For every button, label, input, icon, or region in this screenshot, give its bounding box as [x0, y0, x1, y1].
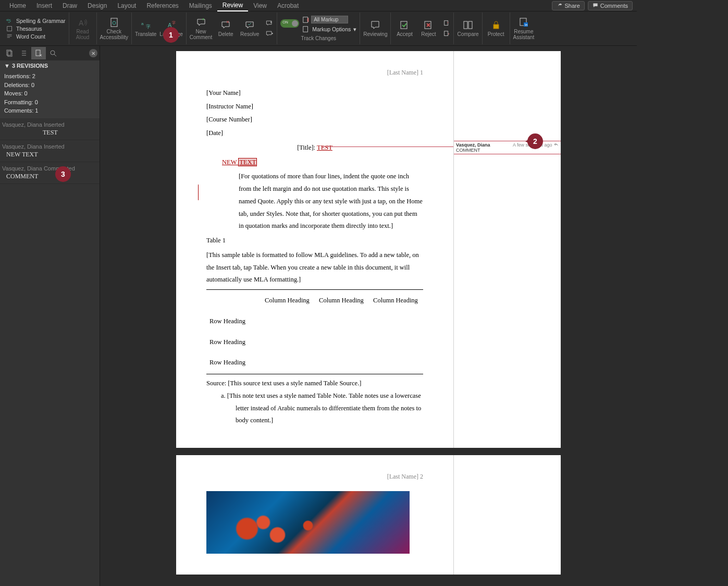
sidebar-tab-revisions[interactable] [31, 47, 46, 59]
tab-acrobat[interactable]: Acrobat [272, 1, 304, 11]
delete-label: Delete [218, 31, 233, 37]
read-aloud-label: Read Aloud [76, 29, 90, 40]
resume-label: Resume Assistant [513, 29, 535, 40]
svg-rect-11 [401, 21, 407, 29]
resolve-icon [244, 20, 255, 30]
table-source[interactable]: Source: [This source text uses a style n… [206, 377, 423, 390]
resolve-comment-button[interactable]: Resolve [239, 20, 260, 37]
field-your-name[interactable]: [Your Name] [206, 87, 423, 100]
col-heading: Column Heading [315, 291, 368, 311]
revisions-sidebar: ✕ ▼ 3 REVISIONS Insertions: 2 Deletions:… [0, 46, 100, 586]
delete-comment-button[interactable]: Delete [215, 20, 236, 37]
comments-button[interactable]: Comments [588, 1, 633, 10]
markup-display-select[interactable]: All Markup [311, 16, 348, 23]
row-heading: Row Heading [207, 312, 260, 332]
accessibility-icon [109, 17, 119, 28]
reviewing-pane-button[interactable]: Reviewing [363, 20, 387, 37]
row-heading: Row Heading [207, 353, 260, 373]
table-description[interactable]: [This sample table is formatted to follo… [206, 249, 423, 286]
title-inserted-text: TEST [317, 144, 332, 151]
close-icon: ✕ [91, 51, 95, 56]
revision-item[interactable]: Vasquez, Diana Inserted NEW TEXT [0, 140, 100, 162]
document-image[interactable] [206, 491, 410, 554]
sidebar-tab-search[interactable] [46, 47, 60, 59]
tab-review[interactable]: Review [217, 0, 248, 11]
new-comment-label: New Comment [190, 29, 212, 40]
svg-rect-15 [464, 21, 467, 29]
comments-label: Comments [600, 3, 628, 9]
revision-item[interactable]: Vasquez, Diana Inserted TEST [0, 118, 100, 140]
accept-button[interactable]: Accept [394, 20, 415, 37]
row-heading: Row Heading [207, 333, 260, 352]
inserted-new: NEW [222, 158, 238, 166]
tab-design[interactable]: Design [82, 1, 112, 11]
svg-point-24 [51, 51, 55, 55]
revisions-stats: Insertions: 2 Deletions: 0 Moves: 0 Form… [0, 71, 100, 118]
field-course[interactable]: [Course Number] [206, 114, 423, 126]
field-date[interactable]: [Date] [206, 127, 423, 140]
linkedin-icon: in [519, 17, 529, 28]
field-instructor[interactable]: [Instructor Name] [206, 101, 423, 113]
markup-options-icon [302, 26, 310, 33]
next-change-icon[interactable] [443, 30, 450, 38]
sidebar-close-button[interactable]: ✕ [89, 49, 97, 57]
inserted-line[interactable]: NEW TEXT [206, 156, 423, 169]
resume-assistant-button[interactable]: in Resume Assistant [513, 17, 535, 40]
revision-content: TEST [2, 129, 97, 137]
next-comment-icon[interactable] [265, 30, 274, 38]
svg-rect-17 [493, 25, 499, 29]
tab-layout[interactable]: Layout [112, 1, 141, 11]
reply-icon[interactable] [553, 142, 559, 146]
quote-block[interactable]: [For quotations of more than four lines,… [239, 170, 423, 233]
tab-mailings[interactable]: Mailings [184, 1, 217, 11]
callout-1: 1 [163, 27, 179, 43]
delete-comment-icon [220, 20, 231, 30]
comment-connector-line [322, 146, 453, 147]
document-canvas[interactable]: 2 [Last Name] 1 [Your Name] [Instructor … [100, 46, 637, 586]
markup-options-label: Markup Options [312, 26, 351, 32]
revisions-header[interactable]: ▼ 3 REVISIONS [0, 60, 100, 71]
revision-author: Vasquez, Diana Inserted [2, 121, 97, 128]
svg-rect-23 [36, 50, 40, 56]
tab-home[interactable]: Home [4, 1, 31, 11]
revision-item[interactable]: Vasquez, Diana Commented COMMENT 3 [0, 162, 100, 184]
read-aloud-button[interactable]: A Read Aloud [72, 17, 93, 40]
tab-insert[interactable]: Insert [31, 1, 57, 11]
tab-view[interactable]: View [248, 1, 272, 11]
share-button[interactable]: Share [552, 1, 584, 10]
word-count-button[interactable]: Word Count [6, 33, 66, 40]
sidebar-tab-pages[interactable] [2, 47, 17, 59]
inserted-text-selected: TEXT [238, 158, 257, 166]
table-label[interactable]: Table 1 [206, 235, 423, 247]
prev-change-icon[interactable] [443, 20, 450, 27]
translate-button[interactable]: a字 Translate [135, 20, 156, 37]
sample-table[interactable]: Column Heading Column Heading Column Hea… [206, 289, 423, 374]
compare-button[interactable]: Compare [457, 20, 478, 37]
accept-label: Accept [397, 31, 413, 37]
spelling-grammar-button[interactable]: abc Spelling & Grammar [6, 17, 66, 25]
callout-2: 2 [527, 133, 543, 149]
table-note[interactable]: a. [This note text uses a style named Ta… [221, 390, 423, 427]
svg-point-4 [113, 21, 116, 25]
comment-icon [593, 3, 598, 8]
markup-options-button[interactable]: Markup Options ▾ [302, 25, 356, 33]
markup-display-icon[interactable] [302, 16, 310, 23]
new-comment-button[interactable]: New Comment [190, 17, 212, 40]
check-accessibility-button[interactable]: Check Accessibility [100, 17, 128, 40]
stat-deletions: Deletions: 0 [4, 81, 95, 90]
tab-draw[interactable]: Draw [57, 1, 82, 11]
protect-button[interactable]: Protect [486, 20, 507, 37]
title-line[interactable]: [Title]: TEST [206, 142, 423, 154]
comment-text: COMMENT [456, 148, 559, 153]
prev-comment-icon[interactable] [265, 20, 274, 27]
svg-rect-1 [7, 26, 12, 31]
reject-button[interactable]: Reject [418, 20, 439, 37]
sidebar-tab-outline[interactable] [17, 47, 31, 59]
revision-author: Vasquez, Diana Commented [2, 165, 97, 172]
thesaurus-button[interactable]: Thesaurus [6, 25, 66, 32]
callout-3: 3 [55, 166, 71, 182]
ribbon: 1 abc Spelling & Grammar Thesaurus Word … [0, 11, 637, 46]
comment-bubble[interactable]: Vasquez, Diana A few seconds ago COMMENT [454, 141, 561, 154]
tab-references[interactable]: References [141, 1, 183, 11]
svg-text:字: 字 [172, 21, 176, 25]
